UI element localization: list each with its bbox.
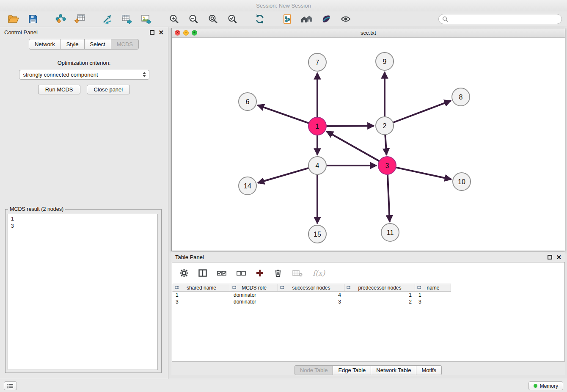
export-image-icon[interactable] (138, 13, 155, 26)
edge-4-14[interactable] (258, 168, 311, 183)
select-all-checks-icon[interactable] (217, 270, 226, 276)
search-input[interactable] (438, 14, 562, 24)
column-header-name[interactable]: name (415, 284, 451, 292)
import-table-icon[interactable] (72, 13, 88, 26)
node-8[interactable]: 8 (452, 88, 470, 106)
columns-icon[interactable] (198, 269, 207, 277)
node-7[interactable]: 7 (308, 53, 326, 71)
node-1[interactable]: 1 (308, 117, 326, 135)
fx-label: f(x) (313, 269, 325, 277)
close-panel-button[interactable]: Close panel (87, 85, 130, 94)
add-row-icon[interactable] (256, 269, 264, 277)
node-15[interactable]: 15 (308, 225, 326, 243)
eye-icon[interactable] (337, 13, 354, 26)
open-file-icon[interactable] (5, 13, 22, 26)
run-mcds-button[interactable]: Run MCDS (38, 85, 80, 94)
table-row[interactable]: 1dominator411 (172, 292, 564, 298)
tab-mcds[interactable]: MCDS (111, 39, 139, 50)
optimization-dropdown[interactable]: strongly connected component (19, 70, 149, 80)
home-icon[interactable] (298, 13, 315, 26)
tab-node-table[interactable]: Node Table (295, 365, 333, 375)
style-brush-icon[interactable] (318, 13, 335, 26)
edge-2-3[interactable] (385, 133, 386, 155)
first-neighbors-icon[interactable] (279, 13, 296, 26)
close-panel-icon[interactable]: ✕ (158, 29, 164, 36)
network-view-window: scc.txt ✕ − + 7968124314101511 (171, 28, 565, 251)
table-toolbar: f(x) (172, 262, 564, 284)
paint-glyph (321, 14, 331, 24)
window-title: Session: New Session (256, 3, 311, 9)
table-area: f(x) shared nameMCDS rolesuccessor nodes… (172, 262, 565, 362)
delete-row-icon[interactable] (274, 269, 282, 277)
optimization-criterion-label: Optimization criterion: (0, 60, 168, 66)
close-window-icon[interactable]: ✕ (175, 30, 180, 36)
float-panel-icon[interactable] (150, 30, 154, 35)
node-label: 4 (316, 162, 319, 169)
tab-style[interactable]: Style (61, 39, 85, 50)
node-6[interactable]: 6 (239, 93, 256, 110)
edge-3-10[interactable] (394, 167, 451, 179)
memory-status-dot (534, 384, 537, 388)
task-list-button[interactable] (4, 381, 17, 390)
export-network-icon[interactable] (99, 13, 116, 26)
folder-icon (8, 14, 19, 24)
tab-network[interactable]: Network (29, 39, 61, 50)
network-graph[interactable]: 7968124314101511 (172, 38, 565, 251)
zoom-window-icon[interactable]: + (192, 30, 197, 36)
delete-table-icon[interactable] (292, 269, 303, 277)
zoom-selected-icon[interactable] (224, 13, 241, 26)
zoom-out-icon[interactable] (185, 13, 202, 26)
mcds-result-area[interactable]: 1 3 (8, 214, 158, 370)
settings-gear-icon[interactable] (180, 269, 188, 277)
table-panel-title: Table Panel (175, 254, 204, 260)
memory-button[interactable]: Memory (528, 381, 563, 390)
floppy-icon (28, 14, 38, 24)
magnifier-plus-glyph (169, 14, 179, 24)
edge-1-6[interactable] (258, 105, 311, 124)
edge-3-11[interactable] (388, 173, 390, 222)
network-canvas[interactable]: 7968124314101511 (172, 38, 565, 251)
node-14[interactable]: 14 (239, 177, 256, 195)
close-table-panel-icon[interactable]: ✕ (556, 254, 561, 260)
node-11[interactable]: 11 (381, 224, 399, 241)
node-3[interactable]: 3 (378, 157, 396, 174)
window-titlebar[interactable]: Session: New Session (0, 0, 567, 11)
refresh-icon[interactable] (251, 13, 268, 26)
node-4[interactable]: 4 (308, 157, 326, 174)
float-table-panel-icon[interactable] (548, 255, 552, 259)
export-table-icon[interactable] (118, 13, 135, 26)
import-network-icon[interactable] (52, 13, 69, 26)
node-10[interactable]: 10 (453, 173, 471, 190)
magnifier-minus-glyph (188, 14, 198, 24)
mcds-buttons-row: Run MCDS Close panel (0, 85, 168, 94)
edge-1-2[interactable] (325, 126, 374, 126)
column-header-predecessor-nodes[interactable]: predecessor nodes (344, 284, 415, 292)
result-scrollbar[interactable] (153, 214, 157, 370)
table-cell: 1 (344, 292, 415, 298)
node-9[interactable]: 9 (376, 52, 394, 70)
column-header-shared-name[interactable]: shared name (172, 284, 230, 292)
tab-motifs[interactable]: Motifs (416, 365, 442, 375)
mcds-result-title: MCDS result (2 nodes) (8, 206, 65, 212)
tab-network-table[interactable]: Network Table (371, 365, 416, 375)
zoom-in-icon[interactable] (165, 13, 182, 26)
edge-2-8[interactable] (391, 101, 451, 123)
save-session-icon[interactable] (25, 13, 41, 26)
tab-edge-table[interactable]: Edge Table (333, 365, 371, 375)
node-label: 6 (246, 98, 250, 105)
minimize-window-icon[interactable]: − (183, 30, 189, 36)
table-cell: dominator (230, 292, 278, 298)
search-field-wrap (438, 14, 562, 24)
node-2[interactable]: 2 (376, 117, 394, 135)
tab-select[interactable]: Select (84, 39, 111, 50)
edge-3-1[interactable] (327, 131, 381, 162)
zoom-fit-icon[interactable] (204, 13, 221, 26)
table-row[interactable]: 3dominator323 (172, 298, 564, 305)
function-icon[interactable]: f(x) (313, 269, 325, 277)
column-header-mcds-role[interactable]: MCDS role (230, 284, 278, 292)
table-panel-header: Table Panel ✕ (171, 252, 565, 262)
column-header-successor-nodes[interactable]: successor nodes (278, 284, 344, 292)
deselect-all-checks-icon[interactable] (237, 270, 246, 276)
network-window-titlebar[interactable]: scc.txt ✕ − + (172, 28, 565, 38)
application-window: Session: New Session (0, 0, 567, 392)
